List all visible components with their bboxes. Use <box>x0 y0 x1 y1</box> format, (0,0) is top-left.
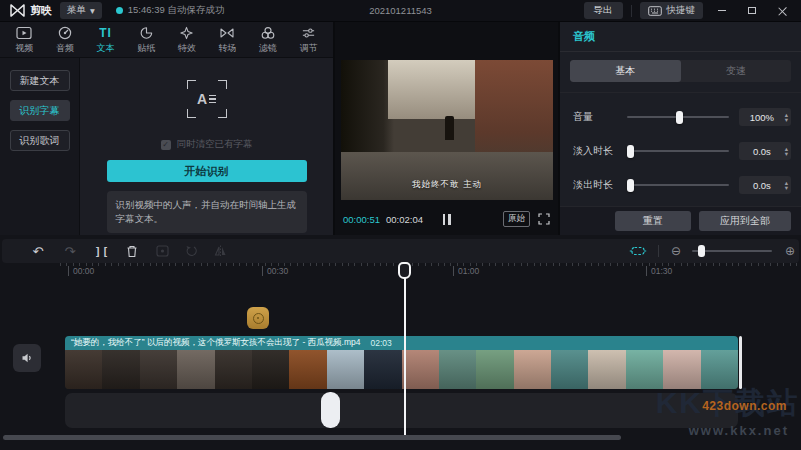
slider-handle[interactable] <box>627 145 634 158</box>
fade-in-label: 淡入时长 <box>573 144 625 158</box>
app-logo: 剪映 <box>0 3 60 18</box>
apply-to-all-button[interactable]: 应用到全部 <box>699 211 791 231</box>
playhead-line[interactable] <box>404 262 406 438</box>
timeline: ↶ ↷ ][ ⊖ ⊕ <box>0 235 801 450</box>
fade-in-value: 0.0s <box>739 146 785 157</box>
clip-duration: 02:03 <box>370 338 391 348</box>
fade-in-value-box[interactable]: 0.0s ▴▾ <box>739 142 791 160</box>
volume-slider[interactable] <box>627 110 729 124</box>
total-time: 00:02:04 <box>386 214 423 225</box>
checkbox-label: 同时清空已有字幕 <box>177 138 253 151</box>
horizontal-scrollbar[interactable] <box>3 435 621 440</box>
minimize-icon <box>718 10 726 11</box>
reset-button[interactable]: 重置 <box>615 211 691 231</box>
pause-button[interactable] <box>443 214 451 225</box>
slider-handle[interactable] <box>676 111 683 124</box>
new-text-button[interactable]: 新建文本 <box>10 70 70 91</box>
fade-in-slider[interactable] <box>627 144 729 158</box>
tab-sticker[interactable]: 贴纸 <box>126 24 167 55</box>
clip-header: “她要的，我给不了” 以后的视频，这个俄罗斯女孩不会出现了 - 西瓜视频.mp4… <box>65 336 738 350</box>
clip-thumbnail <box>439 350 476 389</box>
playhead-handle[interactable] <box>398 262 411 279</box>
reverse-button[interactable] <box>179 239 203 263</box>
undo-icon: ↶ <box>33 244 44 259</box>
app-window: 剪映 菜单 ▾ 15:46:39 自动保存成功 202101211543 导出 … <box>0 0 801 450</box>
close-button[interactable] <box>771 3 793 19</box>
audio-track[interactable] <box>65 393 738 428</box>
tab-basic[interactable]: 基本 <box>570 60 681 82</box>
start-recognition-button[interactable]: 开始识别 <box>107 160 307 182</box>
tab-label: 文本 <box>97 42 115 55</box>
clear-existing-subtitles-checkbox[interactable]: ✓ 同时清空已有字幕 <box>161 138 253 151</box>
marker-icon <box>253 313 264 324</box>
undo-button[interactable]: ↶ <box>26 239 50 263</box>
tab-speed[interactable]: 变速 <box>681 60 792 82</box>
stepper-icon[interactable]: ▴▾ <box>785 180 791 190</box>
ruler-label: 01:30 <box>646 266 672 276</box>
track-mute-button[interactable] <box>13 344 41 372</box>
mirror-icon <box>214 245 227 257</box>
split-button[interactable]: ][ <box>90 239 114 263</box>
stepper-icon[interactable]: ▴▾ <box>785 146 791 156</box>
track-marker-badge[interactable] <box>247 307 269 329</box>
close-icon <box>777 6 787 16</box>
export-button[interactable]: 导出 <box>584 2 623 19</box>
clip-thumbnail <box>402 350 439 389</box>
stepper-icon[interactable]: ▴▾ <box>785 112 791 122</box>
clip-trim-handle[interactable] <box>739 336 742 389</box>
fade-out-slider[interactable] <box>627 178 729 192</box>
fade-out-row: 淡出时长 0.0s ▴▾ <box>573 175 791 195</box>
ruler-label: 00:00 <box>68 266 94 276</box>
fade-out-value-box[interactable]: 0.0s ▴▾ <box>739 176 791 194</box>
zoom-out-button[interactable]: ⊖ <box>664 239 688 263</box>
zoom-slider-handle[interactable] <box>698 245 705 257</box>
recognize-subtitles-button[interactable]: 识别字幕 <box>10 100 70 121</box>
tab-text[interactable]: TI 文本 <box>85 25 126 55</box>
clip-thumbnail <box>476 350 513 389</box>
zoom-in-button[interactable]: ⊕ <box>778 239 801 263</box>
snap-toggle-button[interactable] <box>626 239 650 263</box>
audio-clip[interactable] <box>321 392 340 428</box>
tab-video[interactable]: 视频 <box>4 24 45 55</box>
video-preview[interactable]: 我始终不敢 主动 <box>341 60 553 200</box>
tab-label: 特效 <box>178 42 196 55</box>
mirror-button[interactable] <box>208 239 232 263</box>
fullscreen-icon[interactable] <box>538 213 550 225</box>
tab-adjust[interactable]: 调节 <box>288 24 329 55</box>
menu-label: 菜单 <box>67 4 86 17</box>
slider-handle[interactable] <box>627 179 634 192</box>
watermark-url: www.kkx.net <box>689 423 789 438</box>
fade-in-row: 淡入时长 0.0s ▴▾ <box>573 141 791 161</box>
freeze-frame-button[interactable] <box>150 239 174 263</box>
clip-thumbnail <box>140 350 177 389</box>
menu-button[interactable]: 菜单 ▾ <box>60 2 102 19</box>
minimize-button[interactable] <box>711 3 733 19</box>
shortcut-button[interactable]: 快捷键 <box>640 2 704 19</box>
delete-button[interactable] <box>120 239 144 263</box>
text-scan-icon: A <box>187 80 227 118</box>
redo-button[interactable]: ↷ <box>58 239 82 263</box>
original-quality-button[interactable]: 原始 <box>503 211 530 227</box>
tab-audio[interactable]: 音频 <box>45 24 86 55</box>
scene-person <box>445 116 454 140</box>
video-subtitle: 我始终不敢 主动 <box>341 179 553 191</box>
scene-sky <box>388 60 477 119</box>
clip-thumbnail <box>215 350 252 389</box>
volume-value-box[interactable]: 100% ▴▾ <box>739 108 791 126</box>
video-clip[interactable]: “她要的，我给不了” 以后的视频，这个俄罗斯女孩不会出现了 - 西瓜视频.mp4… <box>65 336 738 389</box>
maximize-button[interactable] <box>741 3 763 19</box>
clip-thumbnail <box>65 350 102 389</box>
player-controls: 00:00:51 00:02:04 原始 <box>335 210 558 228</box>
timeline-zoom-slider[interactable] <box>692 250 772 252</box>
tab-transitions[interactable]: 转场 <box>207 24 248 55</box>
volume-label: 音量 <box>573 110 625 124</box>
tab-effects[interactable]: 特效 <box>167 24 208 55</box>
tab-filters[interactable]: 滤镜 <box>248 24 289 55</box>
clip-thumbnail <box>364 350 401 389</box>
tab-label: 贴纸 <box>137 42 155 55</box>
maximize-icon <box>748 7 756 14</box>
ruler-ticks <box>60 263 797 266</box>
recognize-lyrics-button[interactable]: 识别歌词 <box>10 130 70 151</box>
adjust-sliders-icon <box>301 26 316 40</box>
clip-thumbnail <box>551 350 588 389</box>
